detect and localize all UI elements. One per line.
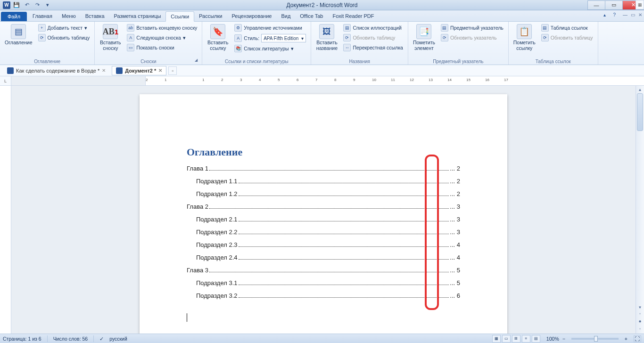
ribbon-tab-1[interactable]: Меню xyxy=(57,11,81,21)
close-tab-icon[interactable]: ✕ xyxy=(102,68,106,73)
document-viewport[interactable]: Оглавление Глава 1... 2Подраздел 1.1... … xyxy=(11,86,636,334)
mdi-minimize-icon[interactable]: — xyxy=(623,12,627,17)
ribbon-tab-8[interactable]: Office Tab xyxy=(295,11,328,21)
word-count[interactable]: Число слов: 56 xyxy=(53,336,88,342)
mark-entry-button[interactable]: 📑 Пометить элемент xyxy=(411,23,437,58)
close-tab-icon[interactable]: ✕ xyxy=(158,68,162,73)
ribbon-tab-4[interactable]: Ссылки xyxy=(165,11,194,22)
status-bar: Страница: 1 из 6 Число слов: 56 ✓ русски… xyxy=(0,334,644,343)
qat-customize-icon[interactable]: ▾ xyxy=(43,1,52,9)
scroll-down-icon[interactable]: ▼ xyxy=(636,303,644,311)
zoom-in-button[interactable]: + xyxy=(623,336,629,342)
scroll-up-icon[interactable]: ▲ xyxy=(636,86,644,93)
draft-view-icon[interactable]: ▤ xyxy=(532,335,540,343)
undo-icon[interactable]: ↶ xyxy=(23,1,31,9)
toc-entry[interactable]: Глава 2... 3 xyxy=(187,203,460,210)
toc-entry[interactable]: Подраздел 3.2... 6 xyxy=(187,292,460,299)
update-index-button[interactable]: ⟳Обновить указатель xyxy=(439,33,505,42)
toc-entry[interactable]: Подраздел 1.2... 2 xyxy=(187,190,460,197)
toc-entry[interactable]: Подраздел 2.1... 3 xyxy=(187,216,460,223)
new-doc-tab-button[interactable]: ▫ xyxy=(168,66,177,75)
page-indicator[interactable]: Страница: 1 из 6 xyxy=(3,336,41,342)
help-icon[interactable]: ? xyxy=(613,12,616,17)
ribbon-tab-2[interactable]: Вставка xyxy=(81,11,109,21)
scroll-thumb[interactable] xyxy=(637,93,643,131)
fullscreen-toggle-icon[interactable]: ⛶ xyxy=(634,335,641,342)
zoom-out-button[interactable]: − xyxy=(561,336,567,342)
ribbon-tab-6[interactable]: Рецензирование xyxy=(227,11,276,21)
prev-page-icon[interactable]: ◦ xyxy=(639,311,641,318)
ribbon-tab-9[interactable]: Foxit Reader PDF xyxy=(328,11,379,21)
scroll-track[interactable] xyxy=(636,93,644,303)
mdi-restore-icon[interactable]: ▭ xyxy=(631,12,635,17)
toc-entry[interactable]: Подраздел 2.4... 4 xyxy=(187,254,460,261)
update-authorities-button[interactable]: ⟳Обновить таблицу xyxy=(539,33,595,42)
add-text-button[interactable]: +Добавить текст ▾ xyxy=(36,23,92,33)
show-notes-button[interactable]: ▭Показать сноски xyxy=(125,43,199,52)
insert-footnote-button[interactable]: AB1 Вставить сноску xyxy=(98,23,123,58)
index-icon: ▤ xyxy=(441,24,448,32)
cross-reference-button[interactable]: ↔Перекрестная ссылка xyxy=(341,43,405,52)
print-layout-view-icon[interactable]: ▦ xyxy=(492,335,501,343)
zoom-level[interactable]: 100% xyxy=(546,336,559,342)
fullscreen-reading-view-icon[interactable]: ▭ xyxy=(502,335,511,343)
insert-endnote-button[interactable]: abВставить концевую сноску xyxy=(125,23,199,33)
file-tab[interactable]: Файл xyxy=(1,12,27,21)
insert-authorities-button[interactable]: ▤Таблица ссылок xyxy=(539,23,595,33)
redo-icon[interactable]: ↷ xyxy=(33,1,41,9)
zoom-slider[interactable] xyxy=(571,338,619,340)
next-page-icon[interactable]: ◦ xyxy=(639,326,641,334)
manage-sources-button[interactable]: ⚙Управление источниками xyxy=(232,23,308,33)
ruler-toggle-icon[interactable]: ▦ xyxy=(636,0,644,9)
ribbon-minimize-icon[interactable]: ▴ xyxy=(603,12,606,17)
proofing-icon[interactable]: ✓ xyxy=(99,336,104,342)
dialog-launcher-icon[interactable]: ◢ xyxy=(193,58,199,64)
toc-entry[interactable]: Подраздел 3.1... 5 xyxy=(187,279,460,286)
toc-entry[interactable]: Подраздел 2.2... 3 xyxy=(187,229,460,236)
minimize-button[interactable]: — xyxy=(587,0,605,10)
update-figures-button[interactable]: ⟳Обновить таблицу xyxy=(341,33,405,42)
insert-citation-button[interactable]: 🔖 Вставить ссылку xyxy=(205,23,231,58)
toc-button[interactable]: ▤ Оглавление xyxy=(3,23,34,58)
web-layout-view-icon[interactable]: ⊞ xyxy=(512,335,520,343)
maximize-button[interactable]: ▭ xyxy=(605,0,623,10)
next-footnote-button[interactable]: AСледующая сноска ▾ xyxy=(125,33,199,42)
ribbon-tab-0[interactable]: Главная xyxy=(28,11,57,21)
table-of-figures-button[interactable]: ▤Список иллюстраций xyxy=(341,23,405,33)
toc-entry[interactable]: Глава 1... 2 xyxy=(187,165,460,172)
bibliography-button[interactable]: 📚Список литературы ▾ xyxy=(232,44,308,53)
doc-tab-1[interactable]: Как сделать содержание в Ворде *✕ xyxy=(3,66,110,75)
save-icon[interactable]: 💾 xyxy=(12,1,21,9)
horizontal-ruler[interactable]: 211234567891011121314151617 xyxy=(145,76,644,85)
vertical-ruler[interactable] xyxy=(0,86,11,334)
zoom-slider-knob[interactable] xyxy=(594,336,598,342)
group-label: Предметный указатель xyxy=(411,58,505,64)
browse-object-icon[interactable]: ● xyxy=(638,318,641,326)
document-page[interactable]: Оглавление Глава 1... 2Подраздел 1.1... … xyxy=(140,94,507,334)
style-dropdown[interactable]: APA Fifth Edition▾ xyxy=(261,34,306,42)
insert-caption-button[interactable]: 🖼 Вставить название xyxy=(314,23,339,58)
next-footnote-icon: A xyxy=(127,34,134,41)
toc-entry[interactable]: Подраздел 1.1... 2 xyxy=(187,178,460,185)
ribbon-tab-5[interactable]: Рассылки xyxy=(194,11,227,21)
outline-view-icon[interactable]: ≡ xyxy=(522,335,530,343)
doc-tab-2[interactable]: Документ2 *✕ xyxy=(112,66,166,75)
tab-selector[interactable]: L xyxy=(0,76,11,85)
ribbon-tab-3[interactable]: Разметка страницы xyxy=(109,11,166,21)
toc-entry[interactable]: Глава 3... 5 xyxy=(187,267,460,274)
group-authorities: 📋 Пометить ссылку ▤Таблица ссылок ⟳Обнов… xyxy=(509,22,598,65)
group-citations: 🔖 Вставить ссылку ⚙Управление источникам… xyxy=(202,22,311,65)
mdi-close-icon[interactable]: ✕ xyxy=(638,12,642,17)
word-app-icon[interactable]: W xyxy=(3,1,10,9)
style-combo[interactable]: AСтиль: APA Fifth Edition▾ xyxy=(232,33,308,43)
ribbon-tab-7[interactable]: Вид xyxy=(276,11,295,21)
toc-heading: Оглавление xyxy=(187,146,460,158)
insert-index-button[interactable]: ▤Предметный указатель xyxy=(439,23,505,33)
vertical-scrollbar[interactable]: ▲ ▼ ◦ ● ◦ xyxy=(636,86,644,334)
group-label: Ссылки и списки литературы xyxy=(205,58,308,64)
language-indicator[interactable]: русский xyxy=(109,336,127,342)
update-table-button[interactable]: ⟳Обновить таблицу xyxy=(36,33,92,42)
mark-citation-button[interactable]: 📋 Пометить ссылку xyxy=(512,23,537,58)
manage-sources-icon: ⚙ xyxy=(234,24,242,32)
toc-entry[interactable]: Подраздел 2.3... 4 xyxy=(187,241,460,248)
